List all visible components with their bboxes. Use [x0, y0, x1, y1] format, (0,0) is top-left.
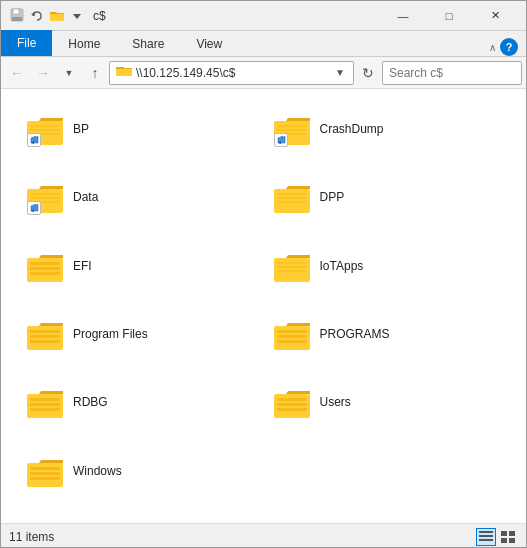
folder-label: EFI	[73, 259, 92, 273]
svg-rect-49	[479, 531, 493, 533]
forward-button[interactable]: →	[31, 61, 55, 85]
title-save-icon[interactable]	[9, 8, 25, 24]
search-box: 🔍	[382, 61, 522, 85]
close-button[interactable]: ✕	[472, 1, 518, 31]
list-item[interactable]: EFI	[17, 238, 264, 294]
ribbon-help: ∧ ?	[485, 38, 526, 56]
svg-rect-32	[30, 340, 60, 343]
ribbon-tabs: File Home Share View ∧ ?	[1, 31, 526, 57]
maximize-button[interactable]: □	[426, 1, 472, 31]
svg-rect-55	[509, 538, 515, 543]
list-item[interactable]: Users	[264, 374, 511, 430]
svg-rect-1	[13, 9, 19, 14]
folder-icon	[272, 314, 312, 354]
svg-rect-18	[277, 193, 307, 195]
tab-home[interactable]: Home	[52, 33, 116, 56]
title-folder-icon	[49, 8, 65, 24]
list-item[interactable]: BP	[17, 101, 264, 157]
svg-rect-26	[277, 262, 307, 264]
svg-rect-15	[30, 197, 60, 199]
refresh-button[interactable]: ↻	[356, 61, 380, 85]
title-undo-icon[interactable]	[29, 8, 45, 24]
tab-file[interactable]: File	[1, 30, 52, 56]
svg-rect-35	[277, 335, 307, 338]
svg-rect-14	[30, 193, 60, 195]
search-input[interactable]	[389, 66, 527, 80]
list-item[interactable]: DPP	[264, 169, 511, 225]
details-view-button[interactable]	[476, 528, 496, 546]
svg-marker-4	[73, 14, 81, 19]
svg-rect-42	[277, 398, 307, 401]
folder-icon	[25, 314, 65, 354]
list-item[interactable]: Windows	[17, 443, 264, 499]
svg-rect-7	[30, 129, 60, 131]
svg-rect-51	[479, 539, 493, 541]
folder-label: IoTApps	[320, 259, 364, 273]
list-item[interactable]: CrashDump	[264, 101, 511, 157]
tab-share[interactable]: Share	[116, 33, 180, 56]
list-item[interactable]: Data	[17, 169, 264, 225]
address-chevron-icon[interactable]: ▼	[333, 67, 347, 78]
folder-icon	[272, 246, 312, 286]
help-button[interactable]: ?	[500, 38, 518, 56]
folder-label: Data	[73, 190, 98, 204]
folder-label: BP	[73, 122, 89, 136]
svg-rect-36	[277, 340, 307, 343]
folder-label: RDBG	[73, 395, 108, 409]
svg-rect-39	[30, 403, 60, 406]
title-bar-icons	[9, 8, 85, 24]
folder-icon	[25, 451, 65, 491]
svg-rect-52	[501, 531, 507, 536]
folder-label: PROGRAMS	[320, 327, 390, 341]
svg-rect-2	[12, 17, 22, 21]
folder-label: Users	[320, 395, 351, 409]
folder-icon	[272, 177, 312, 217]
svg-rect-34	[277, 330, 307, 333]
title-controls: — □ ✕	[380, 1, 518, 31]
svg-rect-24	[30, 272, 60, 275]
address-input[interactable]	[136, 66, 333, 80]
svg-rect-47	[30, 472, 60, 475]
list-item[interactable]: Program Files	[17, 306, 264, 362]
svg-rect-38	[30, 398, 60, 401]
up-button[interactable]: ↑	[83, 61, 107, 85]
folder-icon	[25, 177, 65, 217]
list-item[interactable]: IoTApps	[264, 238, 511, 294]
svg-rect-46	[30, 467, 60, 470]
svg-rect-27	[277, 266, 307, 268]
tab-view[interactable]: View	[180, 33, 238, 56]
ribbon-chevron-icon[interactable]: ∧	[485, 42, 500, 53]
svg-rect-22	[30, 262, 60, 265]
address-folder-icon	[116, 64, 132, 81]
back-button[interactable]: ←	[5, 61, 29, 85]
folder-icon	[25, 246, 65, 286]
svg-rect-31	[30, 335, 60, 338]
folder-icon	[272, 109, 312, 149]
svg-rect-23	[30, 267, 60, 270]
svg-rect-43	[277, 403, 307, 406]
file-area: BP CrashDump	[1, 89, 526, 523]
folder-label: CrashDump	[320, 122, 384, 136]
recent-locations-button[interactable]: ▼	[57, 61, 81, 85]
folder-label: DPP	[320, 190, 345, 204]
title-bar: c$ — □ ✕	[1, 1, 526, 31]
svg-rect-50	[479, 535, 493, 537]
title-dropdown-icon[interactable]	[69, 8, 85, 24]
svg-rect-40	[30, 408, 60, 411]
svg-rect-19	[277, 197, 307, 199]
folder-icon	[25, 382, 65, 422]
minimize-button[interactable]: —	[380, 1, 426, 31]
svg-rect-11	[277, 129, 307, 131]
svg-rect-10	[277, 125, 307, 127]
svg-rect-30	[30, 330, 60, 333]
list-item[interactable]: RDBG	[17, 374, 264, 430]
large-icons-view-button[interactable]	[498, 528, 518, 546]
svg-rect-53	[509, 531, 515, 536]
folder-label: Windows	[73, 464, 122, 478]
address-bar: ← → ▼ ↑ ▼ ↻ 🔍	[1, 57, 526, 89]
address-input-wrap: ▼	[109, 61, 354, 85]
view-buttons	[476, 528, 518, 546]
list-item[interactable]: PROGRAMS	[264, 306, 511, 362]
svg-rect-20	[277, 201, 307, 203]
folder-icon	[25, 109, 65, 149]
